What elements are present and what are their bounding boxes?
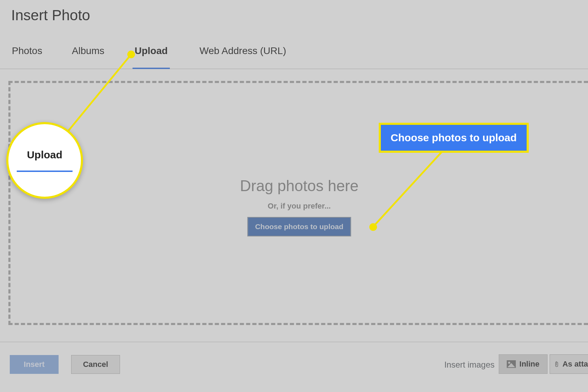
insert-images-label: Insert images: [444, 360, 495, 370]
tab-upload[interactable]: Upload: [135, 45, 168, 68]
photo-icon: [507, 360, 516, 368]
attachment-label: As atta: [563, 360, 588, 369]
tab-albums[interactable]: Albums: [72, 45, 104, 68]
tab-web-address[interactable]: Web Address (URL): [199, 45, 286, 68]
choose-photos-button[interactable]: Choose photos to upload: [247, 217, 351, 236]
cancel-button[interactable]: Cancel: [71, 355, 120, 374]
or-prefer-message: Or, if you prefer...: [268, 202, 331, 211]
insert-as-attachment-button[interactable]: As atta: [550, 354, 588, 374]
paperclip-icon: [555, 360, 559, 369]
insert-inline-button[interactable]: Inline: [499, 354, 548, 374]
drag-photos-message: Drag photos here: [240, 177, 359, 195]
tab-bar: Photos Albums Upload Web Address (URL): [0, 42, 588, 69]
upload-dropzone[interactable]: Drag photos here Or, if you prefer... Ch…: [8, 81, 588, 325]
tab-photos[interactable]: Photos: [12, 45, 42, 68]
inline-label: Inline: [519, 360, 539, 369]
insert-button[interactable]: Insert: [10, 355, 59, 374]
footer-separator: [0, 342, 588, 342]
dialog-title: Insert Photo: [11, 7, 90, 24]
